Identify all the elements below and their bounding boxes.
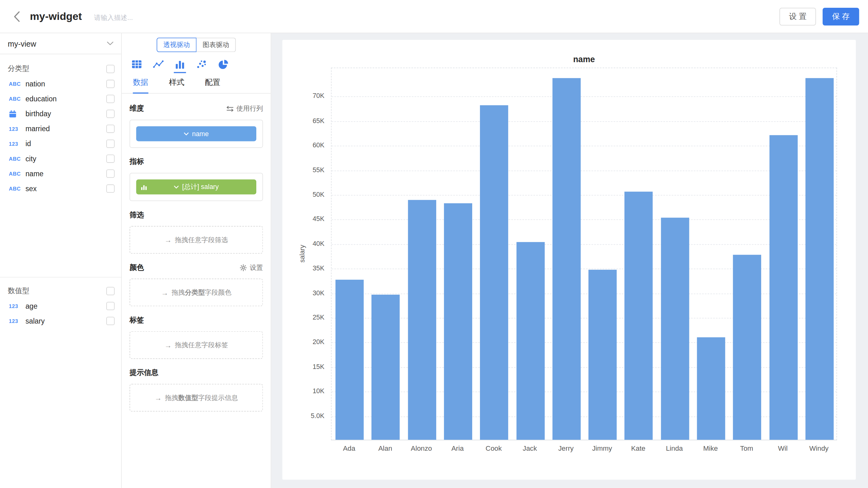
- x-tick-label: Mike: [703, 445, 718, 453]
- bar-Cook[interactable]: [480, 105, 508, 440]
- description-input[interactable]: 请输入描述...: [94, 13, 133, 23]
- chart-type-bar: [122, 52, 271, 73]
- field-item-name[interactable]: ABCname: [0, 166, 121, 181]
- bar-Mike[interactable]: [697, 338, 725, 440]
- bar-chart-icon[interactable]: [174, 59, 186, 73]
- metric-well[interactable]: [总计] salary: [129, 173, 263, 201]
- gridline: [332, 219, 836, 220]
- field-name: salary: [26, 317, 106, 325]
- metric-section: 指标 [总计] salary: [129, 157, 263, 201]
- panel-tabs: 数据 样式 配置: [122, 73, 271, 94]
- bar-Kate[interactable]: [625, 191, 653, 440]
- bar-Aria[interactable]: [444, 203, 472, 440]
- y-tick-label: 25K: [313, 314, 324, 322]
- color-settings-label: 设置: [250, 263, 263, 272]
- color-settings-action[interactable]: 设置: [240, 263, 263, 272]
- field-section-title: 分类型: [8, 64, 29, 74]
- y-tick-label: 35K: [313, 264, 324, 272]
- field-sections: 分类型ABCnationABCeducationbirthday123marri…: [0, 54, 121, 329]
- field-name: married: [26, 125, 106, 133]
- app: my-widget 请输入描述... 设 置 保 存 my-view 分类型AB…: [0, 0, 868, 488]
- field-checkbox[interactable]: [106, 95, 115, 103]
- bar-Wil[interactable]: [769, 135, 798, 440]
- mode-pivot-button[interactable]: 透视驱动: [157, 38, 196, 52]
- field-checkbox[interactable]: [106, 154, 115, 163]
- field-checkbox[interactable]: [106, 110, 115, 118]
- section-checkbox[interactable]: [106, 65, 115, 73]
- field-section-title: 数值型: [8, 286, 29, 296]
- color-dropzone[interactable]: → 拖拽分类型字段颜色: [129, 278, 263, 306]
- bar-Jack[interactable]: [516, 242, 545, 440]
- bar-Alonzo[interactable]: [408, 200, 436, 440]
- line-chart-icon[interactable]: [152, 59, 164, 72]
- bar-Tom[interactable]: [733, 255, 762, 440]
- y-tick-label: 50K: [313, 190, 324, 198]
- tooltip-section: 提示信息 → 拖拽数值型字段提示信息: [129, 368, 263, 411]
- chevron-down-icon: [107, 42, 114, 45]
- bar-Jimmy[interactable]: [588, 270, 617, 439]
- top-bar: my-widget 请输入描述... 设 置 保 存: [0, 0, 868, 33]
- section-checkbox[interactable]: [106, 286, 115, 295]
- field-type-icon: 123: [9, 126, 18, 132]
- field-item-city[interactable]: ABCcity: [0, 151, 121, 166]
- y-tick-label: 45K: [313, 215, 324, 223]
- x-tick-label: Kate: [631, 445, 645, 453]
- field-item-id[interactable]: 123id: [0, 136, 121, 151]
- field-checkbox[interactable]: [106, 184, 115, 193]
- field-item-nation[interactable]: ABCnation: [0, 77, 121, 91]
- use-rows-action[interactable]: 使用行列: [226, 104, 263, 113]
- field-checkbox[interactable]: [106, 125, 115, 133]
- field-item-married[interactable]: 123married: [0, 121, 121, 136]
- x-tick-label: Tom: [740, 445, 753, 453]
- metric-chip[interactable]: [总计] salary: [136, 179, 256, 194]
- field-item-age[interactable]: 123age: [0, 298, 121, 313]
- back-button[interactable]: [9, 9, 25, 24]
- field-name: id: [26, 140, 106, 148]
- field-item-salary[interactable]: 123salary: [0, 314, 121, 329]
- field-type-icon: 123: [9, 303, 18, 309]
- x-tick-label: Wil: [778, 445, 787, 453]
- dimension-label: 维度: [129, 103, 144, 114]
- mode-chart-button[interactable]: 图表驱动: [197, 38, 236, 52]
- x-tick-label: Alonzo: [411, 445, 432, 453]
- settings-button[interactable]: 设 置: [779, 7, 816, 25]
- field-checkbox[interactable]: [106, 302, 115, 310]
- field-checkbox[interactable]: [106, 170, 115, 178]
- chart-title: name: [331, 54, 837, 64]
- tab-style[interactable]: 样式: [169, 78, 184, 94]
- filter-dropzone[interactable]: → 拖拽任意字段筛选: [129, 226, 263, 254]
- field-item-birthday[interactable]: birthday: [0, 106, 121, 121]
- scatter-chart-icon[interactable]: [195, 59, 208, 72]
- dimension-well[interactable]: name: [129, 120, 263, 148]
- bar-Ada[interactable]: [336, 280, 364, 440]
- dimension-chip[interactable]: name: [136, 126, 256, 141]
- pie-chart-icon[interactable]: [217, 59, 229, 72]
- field-checkbox[interactable]: [106, 317, 115, 325]
- bar-Jerry[interactable]: [552, 78, 581, 440]
- table-chart-icon[interactable]: [131, 59, 143, 72]
- tag-dropzone[interactable]: → 拖拽任意字段标签: [129, 331, 263, 359]
- bar-Windy[interactable]: [805, 78, 834, 440]
- bar-Linda[interactable]: [661, 218, 689, 440]
- tab-config[interactable]: 配置: [205, 78, 220, 94]
- field-item-sex[interactable]: ABCsex: [0, 181, 121, 196]
- tooltip-dropzone[interactable]: → 拖拽数值型字段提示信息: [129, 384, 263, 411]
- filter-section: 筛选 → 拖拽任意字段筛选: [129, 210, 263, 254]
- view-selector[interactable]: my-view: [0, 33, 121, 54]
- y-tick-label: 70K: [313, 92, 324, 100]
- bar-Alan[interactable]: [372, 295, 400, 440]
- field-name: birthday: [26, 110, 106, 118]
- x-tick-label: Jerry: [558, 445, 574, 453]
- field-checkbox[interactable]: [106, 80, 115, 88]
- dimension-section: 维度 使用行列 name: [129, 104, 263, 148]
- field-checkbox[interactable]: [106, 140, 115, 148]
- field-item-education[interactable]: ABCeducation: [0, 91, 121, 106]
- tag-section: 标签 → 拖拽任意字段标签: [129, 316, 263, 359]
- color-section: 颜色 设置 → 拖拽分类型字段颜色: [129, 263, 263, 306]
- tab-data[interactable]: 数据: [133, 78, 149, 94]
- save-button[interactable]: 保 存: [823, 7, 859, 25]
- field-type-icon: ABC: [9, 186, 21, 192]
- y-tick-label: 20K: [313, 338, 324, 346]
- field-name: city: [26, 154, 106, 163]
- field-name: sex: [26, 184, 106, 193]
